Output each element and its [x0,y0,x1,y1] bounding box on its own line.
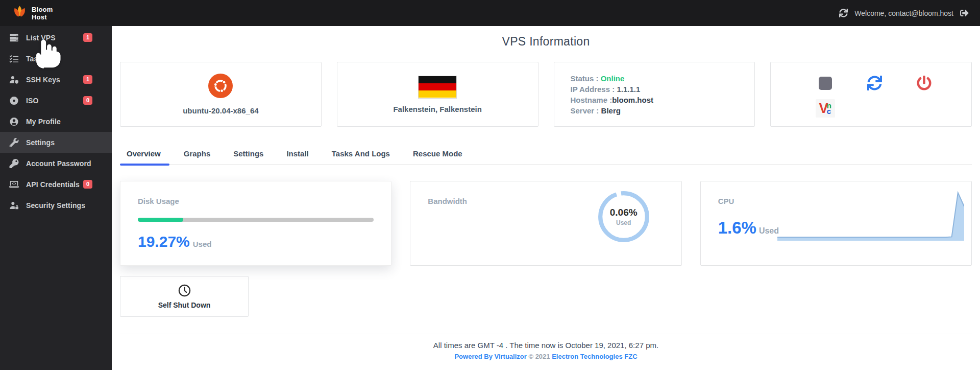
clock-icon [178,284,191,297]
tab-tasks-and-logs[interactable]: Tasks And Logs [330,149,391,165]
tab-install[interactable]: Install [285,149,310,165]
ip-line: IP Address : 1.1.1.1 [571,84,641,95]
logout-icon[interactable] [960,9,969,17]
task-list-icon [8,54,19,64]
bandwidth-used-label: Used [616,219,631,226]
power-actions-card: V nc [770,62,972,127]
refresh-session-icon[interactable] [839,9,848,17]
topbar-right: Welcome, contact@bloom.host [839,9,969,17]
count-badge: 1 [83,33,92,42]
sidebar-item-label: List VPS [26,34,56,42]
sidebar-item-tasks[interactable]: Tasks [0,48,112,69]
count-badge: 0 [83,180,92,189]
tab-rescue-mode[interactable]: Rescue Mode [411,149,464,165]
sidebar-item-api-credentials[interactable]: API Credentials 0 [0,174,112,195]
status-line: Status : Online [571,73,625,84]
ip-value: 1.1.1.1 [617,85,640,94]
virtualizor-link[interactable]: Powered By Virtualizor [454,353,526,360]
sidebar-item-account-password[interactable]: Account Password [0,153,112,174]
laptop-code-icon [8,179,19,190]
os-name: ubuntu-20.04-x86_64 [183,106,258,115]
cpu-card: CPU 1.6%Used [700,181,972,266]
disk-usage-title: Disk Usage [138,197,374,205]
brand-logo[interactable]: Bloom Host [12,4,53,22]
self-shutdown-button[interactable]: Self Shut Down [120,276,249,317]
disk-progress-fill [138,218,183,222]
tab-overview[interactable]: Overview [125,149,162,165]
cpu-percent: 1.6%Used [718,218,779,238]
server-stack-icon [8,33,19,43]
hostname-line: Hostname :bloom.host [571,95,654,105]
count-badge: 0 [83,96,92,105]
restart-vps-icon[interactable] [867,76,882,90]
main-content: VPS Information ubuntu-20.04-x86_64 Falk… [112,26,980,370]
ubuntu-logo-icon [208,74,233,100]
sidebar-item-ssh-keys[interactable]: SSH Keys 1 [0,69,112,90]
sidebar: List VPS 1 Tasks SSH Keys 1 ISO 0 My Pro… [0,26,112,370]
server-line: Server : Blerg [571,105,621,116]
bandwidth-donut: 0.06% Used [596,189,652,245]
page-title: VPS Information [120,35,972,49]
electron-technologies-link[interactable]: Electron Technologies FZC [552,353,637,360]
bandwidth-percent: 0.06% [610,207,638,218]
user-circle-icon [8,117,19,127]
self-shutdown-label: Self Shut Down [158,301,211,309]
sidebar-item-settings[interactable]: Settings [0,132,112,153]
tab-settings[interactable]: Settings [232,149,265,165]
location-name: Falkenstein, Falkenstein [393,105,481,113]
sidebar-item-label: Account Password [26,159,91,168]
disc-icon [8,96,19,106]
os-card: ubuntu-20.04-x86_64 [120,62,322,127]
sidebar-item-label: My Profile [26,118,61,126]
sidebar-item-iso[interactable]: ISO 0 [0,90,112,111]
sidebar-item-security-settings[interactable]: Security Settings [0,195,112,216]
vps-info-cards: ubuntu-20.04-x86_64 Falkenstein, Falkens… [120,62,972,127]
disk-progress-track [138,218,374,222]
brand-text: Bloom Host [32,6,53,21]
bloom-host-logo-icon [12,4,28,22]
key-icon [8,158,19,169]
poweroff-vps-icon[interactable] [917,76,932,90]
usage-widgets: Disk Usage 19.27%Used Bandwidth 0.06% Us… [120,181,972,266]
footer: All times are GMT -4 . The time now is O… [120,334,972,370]
footer-time-text: All times are GMT -4 . The time now is O… [120,341,972,350]
location-card: Falkenstein, Falkenstein [337,62,538,127]
server-value: Blerg [601,106,621,115]
count-badge: 1 [83,75,92,84]
hostname-value: bloom.host [612,96,653,104]
footer-credits: Powered By Virtualizor © 2021 Electron T… [120,353,972,360]
sidebar-item-label: ISO [26,97,38,105]
sidebar-item-label: Security Settings [26,201,85,210]
sidebar-item-list-vps[interactable]: List VPS 1 [0,27,112,48]
disk-usage-percent: 19.27%Used [138,233,374,250]
sidebar-item-label: SSH Keys [26,76,60,84]
sidebar-item-label: Tasks [26,55,46,63]
cpu-sparkline-chart [777,190,964,241]
disk-usage-card: Disk Usage 19.27%Used [120,181,391,266]
topbar: Bloom Host Welcome, contact@bloom.host [0,0,980,26]
germany-flag-icon [418,76,457,99]
sidebar-item-label: API Credentials [26,180,80,189]
tab-bar: Overview Graphs Settings Install Tasks A… [120,149,972,165]
tab-graphs[interactable]: Graphs [182,149,212,165]
sidebar-item-my-profile[interactable]: My Profile [0,111,112,132]
sidebar-item-label: Settings [26,138,55,147]
welcome-text: Welcome, contact@bloom.host [854,9,953,17]
vnc-button[interactable]: V nc [816,99,835,118]
status-card: Status : Online IP Address : 1.1.1.1 Hos… [554,62,755,127]
user-shield-icon [8,75,19,85]
stop-vps-button[interactable] [819,77,832,90]
wrench-icon [8,137,19,148]
user-lock-icon [8,200,19,211]
bandwidth-card: Bandwidth 0.06% Used [410,181,681,266]
status-value: Online [601,74,625,83]
